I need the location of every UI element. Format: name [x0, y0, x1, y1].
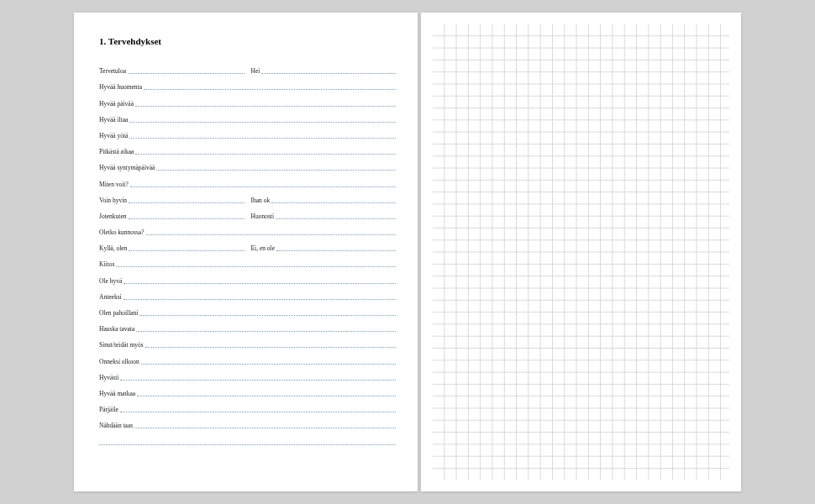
dotted-line	[144, 89, 396, 90]
dotted-line	[129, 138, 396, 139]
vocab-term: Miten voit?	[99, 181, 130, 189]
vocab-row: Pärjäile	[99, 398, 396, 414]
vocab-term: Hei	[251, 67, 262, 76]
vocab-term: Nähdään taas	[99, 422, 134, 430]
vocab-term: Kyllä, olen	[99, 244, 129, 253]
vocab-cell: Sinut/teidät myös	[99, 333, 396, 349]
vocab-term: Jotenkuten	[99, 213, 129, 221]
dotted-line	[141, 364, 396, 365]
dotted-line	[135, 154, 396, 155]
vocab-row: Sinut/teidät myös	[99, 333, 396, 349]
vocab-row: Ole hyvä	[99, 269, 396, 285]
dotted-line	[271, 202, 396, 203]
vocab-cell: Nähdään taas	[99, 414, 396, 430]
vocab-row: Hyvästi	[99, 366, 396, 382]
vocab-row: Hyvää syntymäpäivää	[99, 156, 396, 172]
vocab-row: Miten voit?	[99, 172, 396, 188]
dotted-line	[145, 347, 396, 348]
vocab-cell: Ei, en ole	[251, 237, 397, 253]
left-page: 1. Tervehdykset TervetuloaHeiHyvää huome…	[74, 13, 418, 491]
vocab-row: Voin hyvinIhan ok	[99, 189, 396, 205]
vocab-cell: Kyllä, olen	[99, 237, 244, 253]
vocab-cell: Voin hyvin	[99, 189, 244, 205]
dotted-line	[135, 106, 396, 107]
vocab-cell: Olen pahoillani	[99, 302, 396, 318]
vocab-term: Hauska tavata	[99, 325, 136, 333]
vocab-row: Anteeksi	[99, 286, 396, 302]
vocab-term: Anteeksi	[99, 293, 124, 302]
vocab-term: Pitkästä aikaa	[99, 148, 135, 156]
vocab-cell: Pärjäile	[99, 398, 396, 414]
vocab-term: Hyvää iltaa	[99, 116, 129, 124]
dotted-line	[139, 315, 396, 316]
vocab-cell: Onneksi olkoon	[99, 349, 396, 365]
vocab-term: Sinut/teidät myös	[99, 341, 145, 349]
blank-line	[99, 430, 396, 446]
vocab-cell: Ole hyvä	[99, 269, 396, 285]
vocabulary-list: TervetuloaHeiHyvää huomentaHyvää päivääH…	[99, 60, 396, 447]
vocab-row: Pitkästä aikaa	[99, 140, 396, 156]
vocab-row: Hyvää yötä	[99, 124, 396, 140]
vocab-cell: Ihan ok	[251, 189, 397, 205]
vocab-term: Hyvää matkaa	[99, 390, 137, 398]
dotted-line	[129, 218, 244, 219]
vocab-term: Hyvää syntymäpäivää	[99, 164, 156, 172]
vocab-term: Voin hyvin	[99, 197, 129, 205]
vocab-term: Hyvää yötä	[99, 132, 129, 140]
dotted-line	[261, 73, 396, 74]
vocab-term: Pärjäile	[99, 406, 120, 414]
vocab-term: Huonosti	[251, 213, 276, 221]
dotted-line	[99, 444, 396, 445]
vocab-row: Hyvää päivää	[99, 92, 396, 108]
vocab-term: Hyvää huomenta	[99, 83, 144, 92]
dotted-line	[276, 250, 396, 251]
vocab-cell: Kiitos	[99, 253, 396, 269]
dotted-line	[146, 234, 396, 235]
dotted-line	[136, 331, 396, 332]
vocab-cell: Hauska tavata	[99, 318, 396, 333]
dotted-line	[276, 218, 396, 219]
page-heading: 1. Tervehdykset	[99, 36, 396, 46]
vocab-row: Hyvää matkaa	[99, 382, 396, 398]
vocab-term: Ihan ok	[251, 197, 272, 205]
vocab-row: Hauska tavata	[99, 318, 396, 333]
vocab-cell: Anteeksi	[99, 286, 396, 302]
dotted-line	[129, 250, 244, 251]
dotted-line	[129, 202, 244, 203]
vocab-cell: Hei	[251, 60, 397, 76]
dotted-line	[137, 396, 396, 396]
vocab-row: Nähdään taas	[99, 414, 396, 430]
vocab-term: Kiitos	[99, 260, 116, 269]
dotted-line	[116, 266, 396, 267]
dotted-line	[129, 122, 396, 123]
vocab-row: Kiitos	[99, 253, 396, 269]
vocab-cell: Hyvää iltaa	[99, 108, 396, 124]
dotted-line	[124, 299, 396, 300]
vocab-term: Hyvää päivää	[99, 100, 135, 108]
dotted-line	[156, 170, 396, 171]
vocab-term: Hyvästi	[99, 374, 120, 382]
vocab-term: Oletko kunnossa?	[99, 228, 146, 237]
dotted-line	[120, 412, 396, 412]
vocab-cell: Oletko kunnossa?	[99, 221, 396, 237]
vocab-cell: Hyvästi	[99, 366, 396, 382]
vocab-cell: Pitkästä aikaa	[99, 140, 396, 156]
vocab-term: Olen pahoillani	[99, 309, 139, 318]
dotted-line	[128, 73, 244, 74]
dotted-line	[120, 380, 396, 381]
grid-paper	[433, 24, 729, 480]
vocab-cell: Hyvää yötä	[99, 124, 396, 140]
vocab-row	[99, 430, 396, 446]
vocab-cell: Hyvää syntymäpäivää	[99, 156, 396, 172]
vocab-cell: Jotenkuten	[99, 205, 244, 221]
vocab-term: Ole hyvä	[99, 277, 124, 286]
vocab-row: Kyllä, olenEi, en ole	[99, 237, 396, 253]
dotted-line	[130, 186, 396, 187]
right-page	[421, 13, 741, 491]
vocab-row: Hyvää huomenta	[99, 76, 396, 92]
vocab-term: Ei, en ole	[251, 244, 277, 253]
vocab-row: TervetuloaHei	[99, 60, 396, 76]
vocab-cell: Miten voit?	[99, 172, 396, 188]
vocab-row: Olen pahoillani	[99, 302, 396, 318]
vocab-row: Hyvää iltaa	[99, 108, 396, 124]
